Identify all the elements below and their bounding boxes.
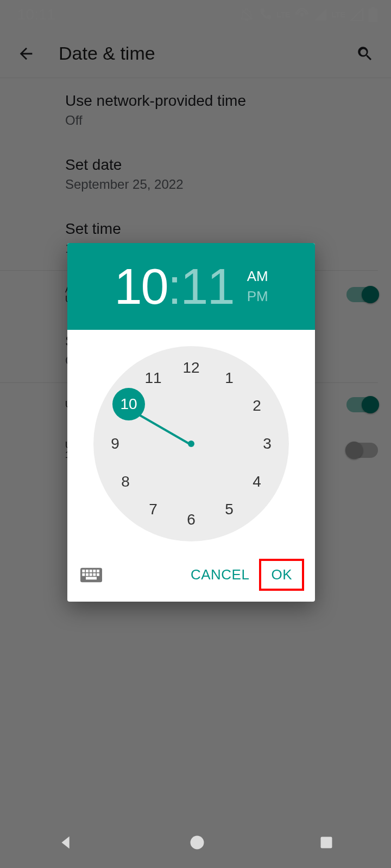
svg-rect-13 (97, 573, 99, 576)
keyboard-icon (80, 567, 102, 583)
svg-rect-4 (82, 570, 85, 572)
clock-num-6[interactable]: 6 (180, 509, 202, 531)
dialog-actions: CANCEL OK (67, 552, 315, 602)
minute-display[interactable]: 11 (180, 258, 234, 315)
cancel-button[interactable]: CANCEL (181, 561, 259, 589)
nav-recent-icon (319, 835, 334, 850)
svg-rect-7 (93, 570, 96, 572)
svg-rect-14 (86, 577, 97, 579)
clock-num-8[interactable]: 8 (115, 471, 136, 493)
clock-num-11[interactable]: 11 (142, 367, 164, 389)
clock-num-2[interactable]: 2 (246, 395, 268, 417)
clock-center-dot (188, 441, 194, 447)
nav-home-button[interactable] (189, 834, 205, 853)
svg-point-15 (190, 836, 204, 850)
time-display: 10 : 11 (114, 258, 234, 315)
nav-home-icon (189, 834, 205, 851)
svg-rect-12 (93, 573, 96, 576)
svg-rect-5 (86, 570, 89, 572)
time-picker-dialog: 10 : 11 AM PM 10 12 1 2 3 4 5 6 7 8 9 10… (67, 243, 315, 602)
clock-num-5[interactable]: 5 (218, 499, 240, 520)
nav-back-button[interactable] (57, 833, 75, 854)
am-option[interactable]: AM (247, 268, 268, 285)
dialog-header: 10 : 11 AM PM (67, 243, 315, 330)
svg-rect-16 (321, 837, 332, 848)
clock-num-7[interactable]: 7 (142, 499, 164, 520)
svg-rect-9 (82, 573, 85, 576)
clock-num-1[interactable]: 1 (218, 367, 240, 389)
ok-button[interactable]: OK (259, 559, 304, 591)
svg-rect-10 (86, 573, 89, 576)
clock-num-9[interactable]: 9 (104, 433, 126, 455)
ampm-toggle: AM PM (247, 268, 268, 305)
navigation-bar (0, 819, 391, 868)
pm-option[interactable]: PM (247, 288, 268, 305)
clock-num-12[interactable]: 12 (180, 357, 202, 379)
clock-num-4[interactable]: 4 (246, 471, 268, 493)
svg-rect-8 (97, 570, 99, 572)
svg-rect-6 (90, 570, 92, 572)
hour-display[interactable]: 10 (114, 258, 167, 315)
time-colon: : (168, 258, 181, 315)
svg-rect-11 (90, 573, 92, 576)
nav-back-icon (57, 833, 75, 852)
clock-face[interactable]: 10 12 1 2 3 4 5 6 7 8 9 10 11 (93, 346, 289, 541)
clock-num-3[interactable]: 3 (256, 433, 278, 455)
keyboard-input-button[interactable] (78, 562, 104, 588)
nav-recent-button[interactable] (319, 835, 334, 852)
clock-face-container: 10 12 1 2 3 4 5 6 7 8 9 10 11 (67, 330, 315, 552)
